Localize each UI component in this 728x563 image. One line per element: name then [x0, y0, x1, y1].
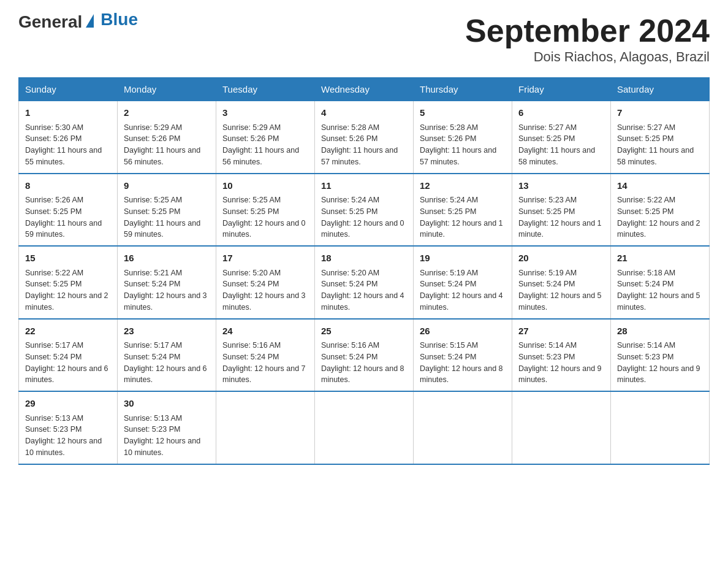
calendar-cell: 22Sunrise: 5:17 AMSunset: 5:24 PMDayligh…	[19, 319, 118, 392]
day-info: Sunrise: 5:21 AMSunset: 5:24 PMDaylight:…	[124, 267, 210, 313]
day-info: Sunrise: 5:28 AMSunset: 5:26 PMDaylight:…	[420, 122, 506, 168]
page-header: General Blue September 2024 Dois Riachos…	[18, 12, 710, 65]
calendar-cell: 19Sunrise: 5:19 AMSunset: 5:24 PMDayligh…	[414, 246, 512, 319]
day-info: Sunrise: 5:22 AMSunset: 5:25 PMDaylight:…	[617, 194, 703, 240]
day-number: 4	[321, 106, 407, 120]
logo-blue-text: Blue	[100, 10, 138, 29]
header-friday: Friday	[512, 78, 611, 101]
header-saturday: Saturday	[611, 78, 710, 101]
header-wednesday: Wednesday	[315, 78, 414, 101]
day-number: 16	[124, 251, 210, 266]
day-info: Sunrise: 5:27 AMSunset: 5:25 PMDaylight:…	[518, 122, 604, 168]
week-row-2: 8Sunrise: 5:26 AMSunset: 5:25 PMDaylight…	[19, 174, 710, 247]
calendar-cell: 1Sunrise: 5:30 AMSunset: 5:26 PMDaylight…	[19, 101, 118, 174]
title-block: September 2024 Dois Riachos, Alagoas, Br…	[465, 12, 710, 65]
calendar-cell: 26Sunrise: 5:15 AMSunset: 5:24 PMDayligh…	[414, 319, 512, 392]
day-info: Sunrise: 5:29 AMSunset: 5:26 PMDaylight:…	[222, 122, 308, 168]
day-number: 6	[518, 106, 604, 120]
calendar-cell: 9Sunrise: 5:25 AMSunset: 5:25 PMDaylight…	[118, 174, 216, 247]
calendar-cell: 17Sunrise: 5:20 AMSunset: 5:24 PMDayligh…	[216, 246, 315, 319]
day-number: 21	[617, 251, 703, 266]
day-info: Sunrise: 5:19 AMSunset: 5:24 PMDaylight:…	[518, 267, 604, 313]
day-info: Sunrise: 5:18 AMSunset: 5:24 PMDaylight:…	[617, 267, 703, 313]
day-number: 5	[420, 106, 506, 120]
day-info: Sunrise: 5:26 AMSunset: 5:25 PMDaylight:…	[25, 194, 111, 240]
day-number: 15	[25, 251, 111, 266]
day-info: Sunrise: 5:16 AMSunset: 5:24 PMDaylight:…	[321, 340, 407, 386]
calendar-subtitle: Dois Riachos, Alagoas, Brazil	[465, 49, 710, 65]
day-info: Sunrise: 5:27 AMSunset: 5:25 PMDaylight:…	[617, 122, 703, 168]
logo-triangle-icon	[86, 14, 94, 28]
day-number: 7	[617, 106, 703, 120]
calendar-cell: 7Sunrise: 5:27 AMSunset: 5:25 PMDaylight…	[611, 101, 710, 174]
week-row-3: 15Sunrise: 5:22 AMSunset: 5:25 PMDayligh…	[19, 246, 710, 319]
day-info: Sunrise: 5:17 AMSunset: 5:24 PMDaylight:…	[25, 340, 111, 386]
calendar-cell	[611, 391, 710, 464]
calendar-cell: 5Sunrise: 5:28 AMSunset: 5:26 PMDaylight…	[414, 101, 512, 174]
day-number: 12	[420, 179, 506, 193]
calendar-cell: 3Sunrise: 5:29 AMSunset: 5:26 PMDaylight…	[216, 101, 315, 174]
calendar-cell: 23Sunrise: 5:17 AMSunset: 5:24 PMDayligh…	[118, 319, 216, 392]
day-number: 23	[124, 324, 210, 339]
calendar-cell: 2Sunrise: 5:29 AMSunset: 5:26 PMDaylight…	[118, 101, 216, 174]
day-number: 14	[617, 179, 703, 193]
day-info: Sunrise: 5:24 AMSunset: 5:25 PMDaylight:…	[321, 194, 407, 240]
calendar-cell: 14Sunrise: 5:22 AMSunset: 5:25 PMDayligh…	[611, 174, 710, 247]
calendar-cell	[216, 391, 315, 464]
week-row-1: 1Sunrise: 5:30 AMSunset: 5:26 PMDaylight…	[19, 101, 710, 174]
day-number: 1	[25, 106, 111, 120]
day-info: Sunrise: 5:25 AMSunset: 5:25 PMDaylight:…	[124, 194, 210, 240]
logo-general-text: General	[18, 12, 82, 32]
day-info: Sunrise: 5:28 AMSunset: 5:26 PMDaylight:…	[321, 122, 407, 168]
day-info: Sunrise: 5:20 AMSunset: 5:24 PMDaylight:…	[321, 267, 407, 313]
day-info: Sunrise: 5:14 AMSunset: 5:23 PMDaylight:…	[617, 340, 703, 386]
day-number: 28	[617, 324, 703, 339]
week-row-4: 22Sunrise: 5:17 AMSunset: 5:24 PMDayligh…	[19, 319, 710, 392]
calendar-cell: 18Sunrise: 5:20 AMSunset: 5:24 PMDayligh…	[315, 246, 414, 319]
day-number: 11	[321, 179, 407, 193]
day-number: 18	[321, 251, 407, 266]
calendar-cell	[414, 391, 512, 464]
day-info: Sunrise: 5:19 AMSunset: 5:24 PMDaylight:…	[420, 267, 506, 313]
day-number: 20	[518, 251, 604, 266]
day-number: 22	[25, 324, 111, 339]
day-info: Sunrise: 5:17 AMSunset: 5:24 PMDaylight:…	[124, 340, 210, 386]
calendar-cell: 10Sunrise: 5:25 AMSunset: 5:25 PMDayligh…	[216, 174, 315, 247]
calendar-cell: 20Sunrise: 5:19 AMSunset: 5:24 PMDayligh…	[512, 246, 611, 319]
calendar-cell: 13Sunrise: 5:23 AMSunset: 5:25 PMDayligh…	[512, 174, 611, 247]
day-number: 29	[25, 397, 111, 411]
day-info: Sunrise: 5:16 AMSunset: 5:24 PMDaylight:…	[222, 340, 308, 386]
header-thursday: Thursday	[414, 78, 512, 101]
day-number: 25	[321, 324, 407, 339]
day-info: Sunrise: 5:23 AMSunset: 5:25 PMDaylight:…	[518, 194, 604, 240]
calendar-cell: 8Sunrise: 5:26 AMSunset: 5:25 PMDaylight…	[19, 174, 118, 247]
day-info: Sunrise: 5:13 AMSunset: 5:23 PMDaylight:…	[124, 413, 210, 459]
day-number: 13	[518, 179, 604, 193]
day-info: Sunrise: 5:24 AMSunset: 5:25 PMDaylight:…	[420, 194, 506, 240]
day-number: 2	[124, 106, 210, 120]
calendar-cell: 6Sunrise: 5:27 AMSunset: 5:25 PMDaylight…	[512, 101, 611, 174]
calendar-cell: 16Sunrise: 5:21 AMSunset: 5:24 PMDayligh…	[118, 246, 216, 319]
calendar-cell: 15Sunrise: 5:22 AMSunset: 5:25 PMDayligh…	[19, 246, 118, 319]
calendar-cell	[512, 391, 611, 464]
header-sunday: Sunday	[19, 78, 118, 101]
day-number: 26	[420, 324, 506, 339]
calendar-cell: 4Sunrise: 5:28 AMSunset: 5:26 PMDaylight…	[315, 101, 414, 174]
header-tuesday: Tuesday	[216, 78, 315, 101]
week-row-5: 29Sunrise: 5:13 AMSunset: 5:23 PMDayligh…	[19, 391, 710, 464]
calendar-cell: 11Sunrise: 5:24 AMSunset: 5:25 PMDayligh…	[315, 174, 414, 247]
day-number: 24	[222, 324, 308, 339]
day-number: 8	[25, 179, 111, 193]
calendar-cell: 21Sunrise: 5:18 AMSunset: 5:24 PMDayligh…	[611, 246, 710, 319]
calendar-cell: 12Sunrise: 5:24 AMSunset: 5:25 PMDayligh…	[414, 174, 512, 247]
header-monday: Monday	[118, 78, 216, 101]
calendar-header-row: SundayMondayTuesdayWednesdayThursdayFrid…	[19, 78, 710, 101]
calendar-cell: 29Sunrise: 5:13 AMSunset: 5:23 PMDayligh…	[19, 391, 118, 464]
day-number: 17	[222, 251, 308, 266]
calendar-table: SundayMondayTuesdayWednesdayThursdayFrid…	[18, 77, 710, 465]
day-info: Sunrise: 5:14 AMSunset: 5:23 PMDaylight:…	[518, 340, 604, 386]
calendar-cell: 30Sunrise: 5:13 AMSunset: 5:23 PMDayligh…	[118, 391, 216, 464]
calendar-title: September 2024	[465, 12, 710, 49]
calendar-cell: 25Sunrise: 5:16 AMSunset: 5:24 PMDayligh…	[315, 319, 414, 392]
calendar-cell: 24Sunrise: 5:16 AMSunset: 5:24 PMDayligh…	[216, 319, 315, 392]
